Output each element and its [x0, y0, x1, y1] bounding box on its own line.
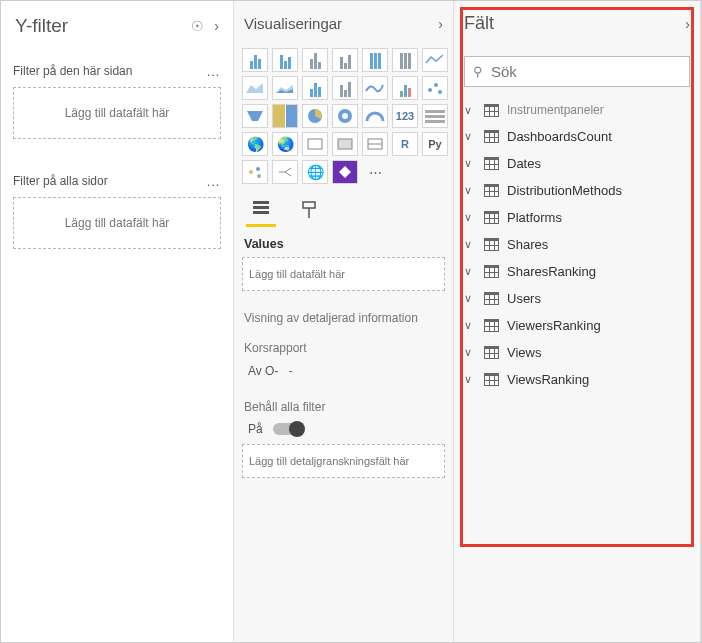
fields-panel: Fält › ⚲ ∨Instrumentpaneler∨DashboardsCo…	[454, 1, 701, 642]
viz-card-icon[interactable]: 123	[392, 104, 418, 128]
table-icon	[484, 346, 499, 359]
field-table-item[interactable]: ∨ViewersRanking	[462, 312, 692, 339]
viz-line-icon[interactable]	[422, 48, 448, 72]
cross-report-value: Av O-	[248, 364, 278, 378]
format-tab[interactable]	[294, 198, 324, 227]
filters-page-section: Filter på den här sidan …	[13, 63, 221, 79]
chevron-down-icon[interactable]: ∨	[464, 346, 476, 359]
viz-shape-map-icon[interactable]	[302, 132, 328, 156]
viz-title: Visualiseringar	[244, 15, 342, 32]
field-table-name: ViewsRanking	[507, 372, 589, 387]
chevron-down-icon[interactable]: ∨	[464, 104, 476, 117]
field-table-item[interactable]: ∨ViewsRanking	[462, 366, 692, 393]
svg-rect-23	[253, 211, 269, 214]
viz-multirow-card-icon[interactable]	[422, 104, 448, 128]
viz-key-influencers-icon[interactable]	[242, 160, 268, 184]
field-table-item[interactable]: ∨SharesRanking	[462, 258, 692, 285]
filters-page-more-icon[interactable]: …	[206, 63, 221, 79]
collapse-filters-icon[interactable]: ›	[214, 18, 219, 34]
viz-kpi-icon[interactable]	[332, 132, 358, 156]
fields-search-input[interactable]	[491, 63, 681, 80]
chevron-down-icon[interactable]: ∨	[464, 373, 476, 386]
field-table-name: ViewersRanking	[507, 318, 601, 333]
field-table-name: Shares	[507, 237, 548, 252]
collapse-fields-icon[interactable]: ›	[685, 16, 690, 32]
table-icon	[484, 130, 499, 143]
filters-all-label: Filter på alla sidor	[13, 174, 108, 188]
viz-python-icon[interactable]: Py	[422, 132, 448, 156]
keep-filters-toggle[interactable]	[273, 423, 303, 435]
viz-powerapps-icon[interactable]	[332, 160, 358, 184]
field-table-name: DashboardsCount	[507, 129, 612, 144]
filters-all-more-icon[interactable]: …	[206, 173, 221, 189]
viz-stacked-column-icon[interactable]	[272, 48, 298, 72]
drillthrough-dropzone[interactable]: Lägg till detaljgranskningsfält här	[242, 444, 445, 478]
viz-100stacked-bar-icon[interactable]	[362, 48, 388, 72]
table-icon	[484, 373, 499, 386]
viz-100stacked-column-icon[interactable]	[392, 48, 418, 72]
viz-map-icon[interactable]: 🌎	[242, 132, 268, 156]
chevron-down-icon[interactable]: ∨	[464, 265, 476, 278]
field-table-item[interactable]: ∨Views	[462, 339, 692, 366]
viz-gauge-icon[interactable]	[362, 104, 388, 128]
svg-marker-0	[246, 83, 263, 93]
filters-panel: Y-filter ☉ › Filter på den här sidan … L…	[1, 1, 234, 642]
viz-clustered-bar-icon[interactable]	[302, 48, 328, 72]
fields-search[interactable]: ⚲	[464, 56, 690, 87]
chevron-down-icon[interactable]: ∨	[464, 157, 476, 170]
minus-icon[interactable]: -	[288, 363, 292, 378]
table-icon	[484, 238, 499, 251]
cross-report-toggle-row: Av O- -	[248, 363, 445, 378]
keep-filters-toggle-row: På	[248, 422, 445, 436]
viz-line-clustered-icon[interactable]	[332, 76, 358, 100]
field-table-item[interactable]: ∨Dates	[462, 150, 692, 177]
viz-clustered-column-icon[interactable]	[332, 48, 358, 72]
table-icon	[484, 184, 499, 197]
viz-decomposition-icon[interactable]	[272, 160, 298, 184]
chevron-down-icon[interactable]: ∨	[464, 184, 476, 197]
chevron-down-icon[interactable]: ∨	[464, 238, 476, 251]
svg-marker-6	[247, 111, 263, 121]
viz-ribbon-icon[interactable]	[362, 76, 388, 100]
chevron-down-icon[interactable]: ∨	[464, 211, 476, 224]
chevron-down-icon[interactable]: ∨	[464, 130, 476, 143]
chevron-down-icon[interactable]: ∨	[464, 292, 476, 305]
filters-page-dropzone[interactable]: Lägg till datafält här	[13, 87, 221, 139]
viz-treemap-icon[interactable]	[272, 104, 298, 128]
viz-scatter-icon[interactable]	[422, 76, 448, 100]
viz-waterfall-icon[interactable]	[392, 76, 418, 100]
filters-all-section: Filter på alla sidor …	[13, 173, 221, 189]
field-table-item[interactable]: ∨Shares	[462, 231, 692, 258]
viz-r-icon[interactable]: R	[392, 132, 418, 156]
field-table-name: Instrumentpaneler	[507, 103, 604, 117]
chevron-down-icon[interactable]: ∨	[464, 319, 476, 332]
viz-line-column-icon[interactable]	[302, 76, 328, 100]
viz-filled-map-icon[interactable]: 🌏	[272, 132, 298, 156]
field-table-item[interactable]: ∨DashboardsCount	[462, 123, 692, 150]
viz-stacked-area-icon[interactable]	[272, 76, 298, 100]
viz-area-icon[interactable]	[242, 76, 268, 100]
table-icon	[484, 157, 499, 170]
viz-more-icon[interactable]: ⋯	[362, 160, 388, 184]
viz-pie-icon[interactable]	[302, 104, 328, 128]
values-dropzone[interactable]: Lägg till datafält här	[242, 257, 445, 291]
viz-funnel-icon[interactable]	[242, 104, 268, 128]
field-table-item[interactable]: ∨Instrumentpaneler	[462, 97, 692, 123]
svg-point-15	[256, 167, 260, 171]
viz-stacked-bar-icon[interactable]	[242, 48, 268, 72]
viz-slicer-icon[interactable]	[362, 132, 388, 156]
field-table-item[interactable]: ∨Users	[462, 285, 692, 312]
field-table-item[interactable]: ∨Platforms	[462, 204, 692, 231]
field-table-item[interactable]: ∨DistributionMethods	[462, 177, 692, 204]
viz-donut-icon[interactable]	[332, 104, 358, 128]
svg-point-16	[257, 174, 261, 178]
viz-header: Visualiseringar ›	[242, 11, 445, 46]
collapse-viz-icon[interactable]: ›	[438, 16, 443, 32]
format-tabs	[242, 194, 445, 227]
viz-arcgis-icon[interactable]: 🌐	[302, 160, 328, 184]
preview-icon[interactable]: ☉	[191, 18, 204, 34]
fields-header: Fält ›	[462, 9, 692, 48]
fields-tab[interactable]	[246, 198, 276, 227]
filters-title: Y-filter	[15, 15, 68, 37]
filters-all-dropzone[interactable]: Lägg till datafält här	[13, 197, 221, 249]
